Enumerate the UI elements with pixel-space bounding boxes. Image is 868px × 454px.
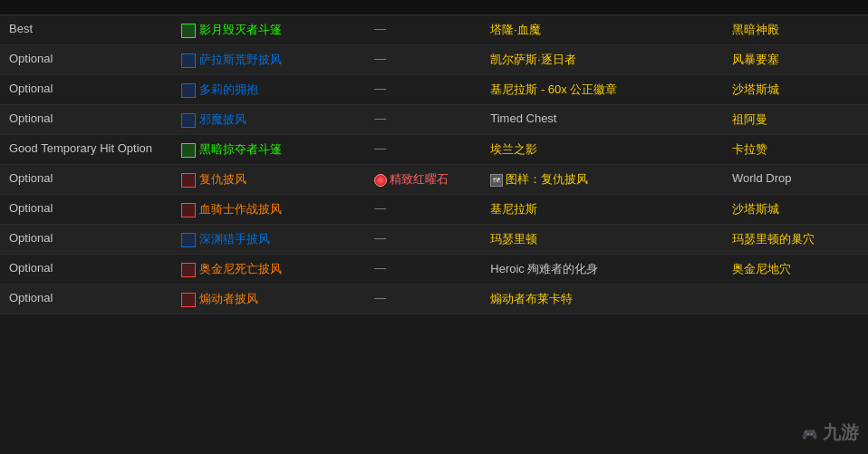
item-icon bbox=[181, 83, 196, 98]
socket-cell: — bbox=[365, 255, 481, 285]
source-text: 埃兰之影 bbox=[490, 142, 537, 156]
source-cell: 塔隆·血魔 bbox=[481, 15, 723, 45]
table-row: Optional萨拉斯荒野披风—凯尔萨斯·逐日者风暴要塞 bbox=[0, 45, 868, 75]
location-text: 祖阿曼 bbox=[732, 112, 767, 126]
socket-dash: — bbox=[374, 111, 386, 125]
header-rank bbox=[0, 0, 172, 15]
rank-cell: Optional bbox=[0, 45, 172, 75]
source-icon: 🗺 bbox=[490, 174, 503, 187]
item-name: 复仇披风 bbox=[199, 172, 246, 186]
item-name: 影月毁灭者斗篷 bbox=[199, 23, 282, 36]
item-name: 黑暗掠夺者斗篷 bbox=[199, 142, 282, 156]
item-cell: 邪魔披风 bbox=[172, 105, 365, 135]
socket-red-dot bbox=[374, 174, 387, 187]
source-cell: 基尼拉斯 bbox=[481, 195, 723, 225]
source-cell: 🗺图样：复仇披风 bbox=[481, 165, 723, 195]
source-text: Timed Chest bbox=[490, 111, 556, 125]
socket-gem: 精致红曜石 bbox=[374, 171, 472, 188]
item-name: 多莉的拥抱 bbox=[199, 82, 258, 96]
location-text: 风暴要塞 bbox=[732, 53, 779, 66]
socket-dash: — bbox=[374, 201, 386, 215]
location-text: 沙塔斯城 bbox=[732, 202, 779, 216]
table-row: Best影月毁灭者斗篷—塔隆·血魔黑暗神殿 bbox=[0, 15, 868, 45]
source-text: 基尼拉斯 bbox=[490, 202, 537, 216]
source-text: 煽动者布莱卡特 bbox=[490, 292, 573, 305]
location-text: 玛瑟里顿的巢穴 bbox=[732, 232, 815, 246]
rank-cell: Optional bbox=[0, 195, 172, 225]
table-row: Optional煽动者披风—煽动者布莱卡特 bbox=[0, 285, 868, 314]
location-cell: 沙塔斯城 bbox=[723, 75, 868, 105]
location-cell: 卡拉赞 bbox=[723, 135, 868, 165]
table-row: Optional深渊猎手披风—玛瑟里顿玛瑟里顿的巢穴 bbox=[0, 225, 868, 255]
item-name: 邪魔披风 bbox=[199, 112, 246, 126]
location-cell: 玛瑟里顿的巢穴 bbox=[723, 225, 868, 255]
source-text: 图样：复仇披风 bbox=[506, 172, 588, 186]
source-cell: 玛瑟里顿 bbox=[481, 225, 723, 255]
item-cell: 奥金尼死亡披风 bbox=[172, 255, 365, 285]
location-cell: 黑暗神殿 bbox=[723, 15, 868, 45]
socket-cell: — bbox=[365, 285, 481, 314]
socket-cell: — bbox=[365, 45, 481, 75]
location-cell: World Drop bbox=[723, 165, 868, 195]
header-sockets bbox=[365, 0, 481, 15]
location-text: 奥金尼地穴 bbox=[732, 262, 791, 275]
socket-dash: — bbox=[374, 141, 386, 155]
table-row: Optional邪魔披风—Timed Chest祖阿曼 bbox=[0, 105, 868, 135]
source-text: 塔隆·血魔 bbox=[490, 23, 541, 36]
item-name: 深渊猎手披风 bbox=[199, 232, 270, 246]
item-name: 奥金尼死亡披风 bbox=[199, 262, 282, 275]
rank-cell: Good Temporary Hit Option bbox=[0, 135, 172, 165]
source-text: Heroic 殉难者的化身 bbox=[490, 262, 598, 275]
socket-cell: — bbox=[365, 105, 481, 135]
table-row: Optional复仇披风精致红曜石🗺图样：复仇披风World Drop bbox=[0, 165, 868, 195]
socket-cell: — bbox=[365, 225, 481, 255]
item-icon bbox=[181, 293, 196, 307]
table-row: Good Temporary Hit Option黑暗掠夺者斗篷—埃兰之影卡拉赞 bbox=[0, 135, 868, 165]
header-location bbox=[723, 0, 868, 15]
socket-dash: — bbox=[374, 261, 386, 275]
rank-cell: Optional bbox=[0, 75, 172, 105]
table-row: Optional多莉的拥抱—基尼拉斯 - 60x 公正徽章沙塔斯城 bbox=[0, 75, 868, 105]
source-cell: 埃兰之影 bbox=[481, 135, 723, 165]
location-text: World Drop bbox=[732, 171, 792, 185]
header-item bbox=[172, 0, 365, 15]
item-icon bbox=[181, 143, 196, 158]
header-source bbox=[481, 0, 723, 15]
item-name: 血骑士作战披风 bbox=[199, 202, 282, 216]
source-cell: 煽动者布莱卡特 bbox=[481, 285, 723, 314]
rank-cell: Optional bbox=[0, 225, 172, 255]
location-cell: 风暴要塞 bbox=[723, 45, 868, 75]
table-row: Optional奥金尼死亡披风—Heroic 殉难者的化身奥金尼地穴 bbox=[0, 255, 868, 285]
socket-dash: — bbox=[374, 22, 386, 35]
socket-dash: — bbox=[374, 82, 386, 95]
socket-cell: — bbox=[365, 135, 481, 165]
rank-cell: Optional bbox=[0, 105, 172, 135]
rank-cell: Optional bbox=[0, 255, 172, 285]
item-icon bbox=[181, 233, 196, 247]
item-icon bbox=[181, 24, 196, 38]
table-row: Optional血骑士作战披风—基尼拉斯沙塔斯城 bbox=[0, 195, 868, 225]
source-cell: 凯尔萨斯·逐日者 bbox=[481, 45, 723, 75]
item-cell: 黑暗掠夺者斗篷 bbox=[172, 135, 365, 165]
socket-cell: 精致红曜石 bbox=[365, 165, 481, 195]
item-cell: 复仇披风 bbox=[172, 165, 365, 195]
source-text: 凯尔萨斯·逐日者 bbox=[490, 53, 576, 66]
item-name: 煽动者披风 bbox=[199, 292, 258, 305]
item-cell: 煽动者披风 bbox=[172, 285, 365, 314]
rank-cell: Best bbox=[0, 15, 172, 45]
location-cell bbox=[723, 285, 868, 314]
location-cell: 奥金尼地穴 bbox=[723, 255, 868, 285]
item-icon bbox=[181, 173, 196, 188]
socket-cell: — bbox=[365, 15, 481, 45]
source-cell: Timed Chest bbox=[481, 105, 723, 135]
item-cell: 影月毁灭者斗篷 bbox=[172, 15, 365, 45]
item-cell: 多莉的拥抱 bbox=[172, 75, 365, 105]
socket-dash: — bbox=[374, 291, 386, 304]
source-cell: 基尼拉斯 - 60x 公正徽章 bbox=[481, 75, 723, 105]
location-text: 黑暗神殿 bbox=[732, 23, 779, 36]
socket-dash: — bbox=[374, 52, 386, 65]
socket-gem-label: 精致红曜石 bbox=[390, 172, 448, 186]
location-cell: 祖阿曼 bbox=[723, 105, 868, 135]
item-icon bbox=[181, 113, 196, 128]
watermark: 🎮 九游 bbox=[802, 420, 859, 445]
